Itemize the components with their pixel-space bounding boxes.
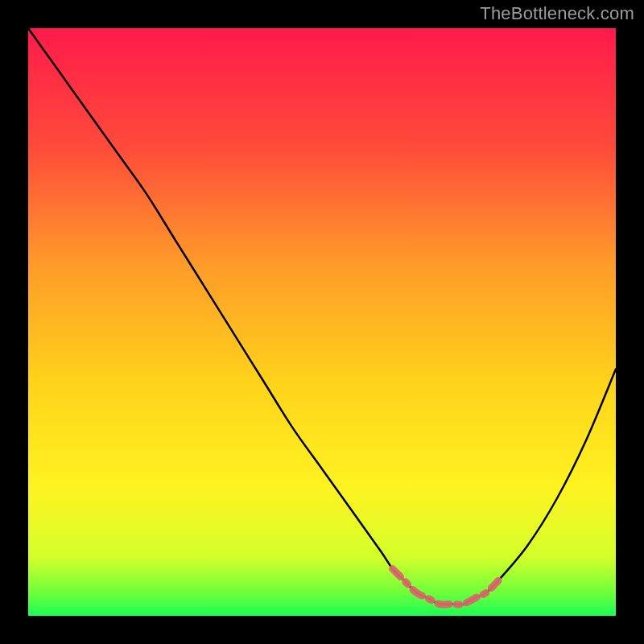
chart-frame: TheBottleneck.com	[0, 0, 644, 644]
plot-area	[28, 28, 616, 616]
gradient-background	[28, 28, 616, 616]
watermark-text: TheBottleneck.com	[480, 3, 634, 24]
bottleneck-chart	[28, 28, 616, 616]
